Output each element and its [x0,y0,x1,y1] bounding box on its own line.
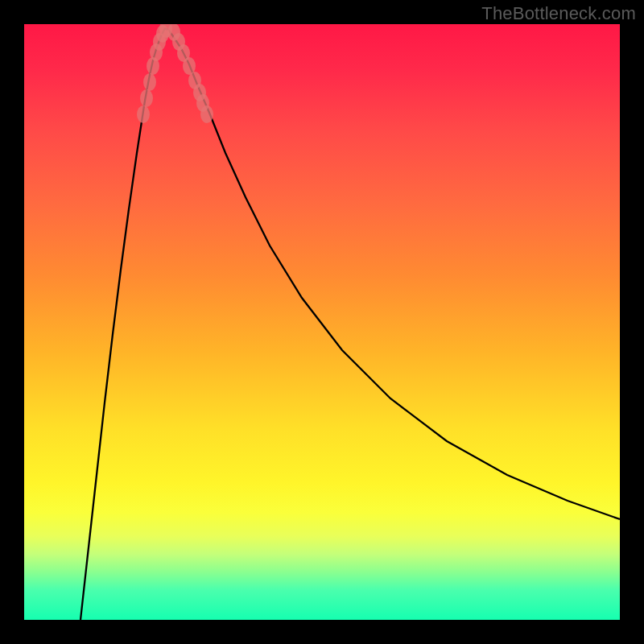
curves-svg [24,24,620,620]
chart-frame: TheBottleneck.com [0,0,644,644]
right-curve [165,28,620,519]
left-curve [80,28,165,620]
watermark-text: TheBottleneck.com [481,3,636,24]
bead-left-2 [143,73,156,91]
plot-area [24,24,620,620]
bead-left-1 [140,89,153,107]
bead-group [137,24,213,123]
bead-right-7 [200,105,213,123]
bead-left-0 [137,105,150,123]
